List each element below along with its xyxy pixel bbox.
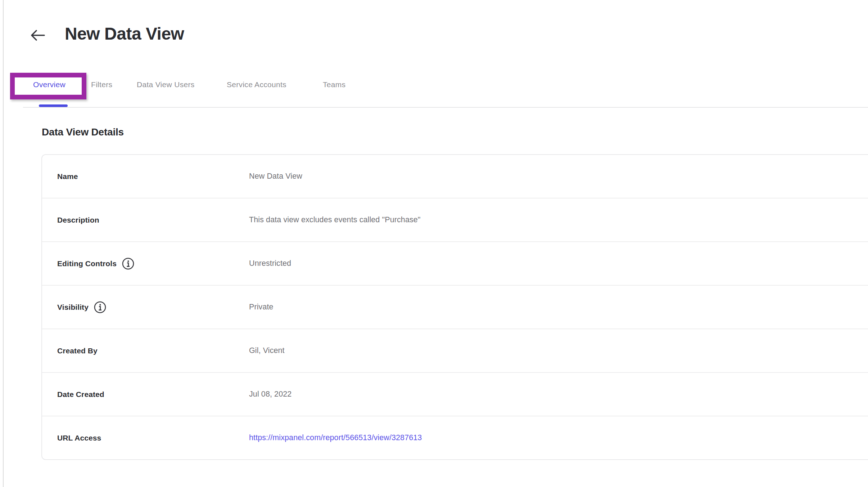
back-button[interactable] [28,27,47,44]
detail-value: Private [249,303,273,312]
detail-label: Description [57,216,99,224]
info-circle-icon[interactable] [94,301,107,314]
detail-value: This data view excludes events called "P… [249,215,421,224]
left-pane-divider [3,0,4,487]
tab-data-view-users[interactable]: Data View Users [137,79,195,90]
detail-label: Name [57,172,78,181]
detail-label: URL Access [57,434,101,442]
arrow-left-icon [29,28,46,43]
detail-value: Gil, Vicent [249,346,285,355]
tab-service-accounts[interactable]: Service Accounts [227,79,286,90]
detail-label: Editing Controls [57,259,117,268]
page-title: New Data View [65,24,184,44]
detail-value: Jul 08, 2022 [249,390,291,399]
detail-value: Unrestricted [249,259,291,268]
details-card: Name New Data View Description This data… [41,154,868,460]
tab-filters[interactable]: Filters [91,79,112,90]
tab-teams[interactable]: Teams [323,79,345,90]
detail-row-visibility: Visibility Private [42,286,868,329]
detail-row-name: Name New Data View [42,155,868,198]
detail-row-editing-controls: Editing Controls Unrestricted [42,242,868,286]
active-tab-indicator [39,104,68,107]
detail-label: Visibility [57,303,89,312]
detail-label: Date Created [57,390,104,399]
info-circle-icon[interactable] [122,257,135,270]
url-access-link[interactable]: https://mixpanel.com/report/566513/view/… [249,433,422,442]
section-title: Data View Details [42,126,124,138]
detail-label: Created By [57,347,98,355]
detail-value: New Data View [249,172,302,181]
tab-bar-divider [23,107,868,108]
data-view-settings-page: New Data View Overview Filters Data View… [0,0,868,487]
detail-row-description: Description This data view excludes even… [42,198,868,242]
detail-row-date-created: Date Created Jul 08, 2022 [42,373,868,416]
tab-overview[interactable]: Overview [33,79,65,90]
detail-row-created-by: Created By Gil, Vicent [42,329,868,373]
detail-row-url-access: URL Access https://mixpanel.com/report/5… [42,416,868,459]
